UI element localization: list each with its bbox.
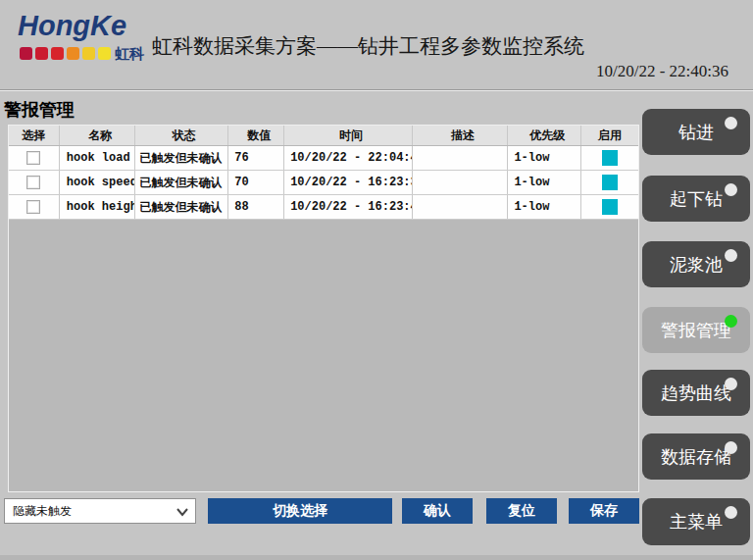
alarm-name: hook speed	[60, 171, 135, 194]
status-led-icon	[725, 117, 737, 129]
alarm-value: 70	[228, 171, 284, 194]
app-title: 虹科数据采集方案——钻井工程多参数监控系统	[152, 32, 584, 60]
sidebar-item-trend-curves[interactable]: 趋势曲线	[642, 370, 750, 416]
alarm-time: 10/20/22 - 16:23:31	[284, 171, 413, 194]
select-cell	[9, 146, 60, 170]
button-label: 复位	[508, 502, 535, 520]
select-cell	[9, 171, 60, 194]
reset-button[interactable]: 复位	[486, 498, 557, 524]
logo-square-icon	[98, 47, 111, 60]
logo-square-icon	[35, 47, 48, 60]
row-select-checkbox[interactable]	[26, 176, 40, 189]
enable-indicator[interactable]	[602, 175, 618, 190]
alarm-desc	[413, 195, 509, 219]
col-header-desc: 描述	[413, 126, 509, 145]
filter-dropdown-value: 隐藏未触发	[13, 503, 72, 520]
enable-cell	[581, 195, 638, 219]
col-header-select: 选择	[9, 126, 60, 145]
logo-square-icon	[20, 47, 32, 60]
status-led-icon	[725, 183, 737, 196]
alarm-time: 10/20/22 - 16:23:41	[284, 195, 413, 219]
sidebar-item-label: 警报管理	[661, 319, 731, 342]
logo-wordmark: HongKe	[18, 12, 155, 40]
row-select-checkbox[interactable]	[26, 151, 40, 165]
save-button[interactable]: 保存	[569, 498, 639, 524]
status-led-icon	[725, 441, 737, 454]
sidebar-item-mud-pit[interactable]: 泥浆池	[642, 241, 750, 287]
col-header-value: 数值	[228, 126, 284, 145]
sidebar-item-tripping[interactable]: 起下钻	[642, 176, 750, 222]
table-row: hook speed 已触发但未确认 70 10/20/22 - 16:23:3…	[9, 171, 638, 195]
logo-square-icon	[82, 47, 95, 60]
button-label: 保存	[590, 502, 618, 520]
alarm-name: hook load	[60, 146, 135, 170]
table-header-row: 选择 名称 状态 数值 时间 描述 优先级 启用	[9, 126, 638, 146]
toggle-selection-button[interactable]: 切换选择	[208, 498, 392, 524]
hongke-logo: HongKe 虹科	[18, 12, 155, 69]
sidebar-item-label: 数据存储	[661, 445, 731, 469]
select-cell	[9, 195, 60, 219]
row-select-checkbox[interactable]	[26, 200, 40, 214]
app-header: HongKe 虹科 虹科数据采集方案——钻井工程多参数监控系统 10/20/22…	[0, 0, 753, 90]
col-header-priority: 优先级	[508, 126, 581, 145]
enable-indicator[interactable]	[602, 199, 618, 215]
status-led-icon	[725, 506, 737, 519]
alarm-desc	[413, 146, 509, 170]
sidebar-item-label: 泥浆池	[670, 253, 723, 277]
sidebar-item-label: 起下钻	[670, 187, 723, 211]
sidebar-item-alarm-management[interactable]: 警报管理	[642, 307, 750, 353]
alarm-status: 已触发但未确认	[135, 171, 229, 194]
alarm-priority: 1-low	[508, 171, 581, 194]
table-row: hook height 已触发但未确认 88 10/20/22 - 16:23:…	[9, 195, 638, 220]
confirm-button[interactable]: 确认	[402, 498, 473, 524]
chevron-down-icon	[176, 506, 189, 518]
alarm-name: hook height	[60, 195, 135, 219]
button-label: 确认	[424, 502, 451, 520]
logo-square-icon	[67, 47, 79, 60]
status-led-icon	[725, 315, 737, 328]
enable-cell	[581, 146, 638, 170]
button-label: 切换选择	[273, 502, 327, 520]
window-bottom-edge	[0, 555, 753, 560]
filter-dropdown[interactable]: 隐藏未触发	[4, 498, 196, 524]
alarm-priority: 1-low	[508, 195, 581, 219]
logo-square-icon	[51, 47, 64, 60]
col-header-status: 状态	[135, 126, 229, 145]
enable-indicator[interactable]	[602, 150, 618, 166]
col-header-enable: 启用	[581, 126, 638, 145]
col-header-name: 名称	[60, 126, 135, 145]
alarm-status: 已触发但未确认	[135, 146, 229, 170]
datetime-display: 10/20/22 - 22:40:36	[596, 62, 728, 81]
alarm-priority: 1-low	[508, 146, 581, 170]
sidebar-item-data-storage[interactable]: 数据存储	[642, 433, 750, 480]
enable-cell	[581, 171, 638, 194]
table-row: hook load 已触发但未确认 76 10/20/22 - 22:04:43…	[9, 146, 638, 171]
status-led-icon	[725, 249, 737, 262]
alarm-table-panel: 选择 名称 状态 数值 时间 描述 优先级 启用 hook load 已触发但未…	[8, 125, 639, 492]
alarm-value: 76	[228, 146, 284, 170]
alarm-time: 10/20/22 - 22:04:43	[284, 146, 413, 170]
alarm-value: 88	[228, 195, 284, 219]
sidebar-item-label: 主菜单	[670, 510, 723, 534]
alarm-desc	[413, 171, 509, 194]
status-led-icon	[725, 378, 737, 390]
sidebar-item-drilling[interactable]: 钻进	[642, 109, 750, 155]
sidebar-item-main-menu[interactable]: 主菜单	[642, 498, 750, 545]
sidebar-item-label: 趋势曲线	[661, 382, 731, 405]
section-title: 警报管理	[4, 98, 75, 122]
logo-cn-text: 虹科	[115, 45, 144, 64]
sidebar-item-label: 钻进	[678, 121, 714, 144]
logo-color-squares	[20, 47, 111, 60]
alarm-status: 已触发但未确认	[135, 195, 229, 219]
col-header-time: 时间	[284, 126, 413, 145]
